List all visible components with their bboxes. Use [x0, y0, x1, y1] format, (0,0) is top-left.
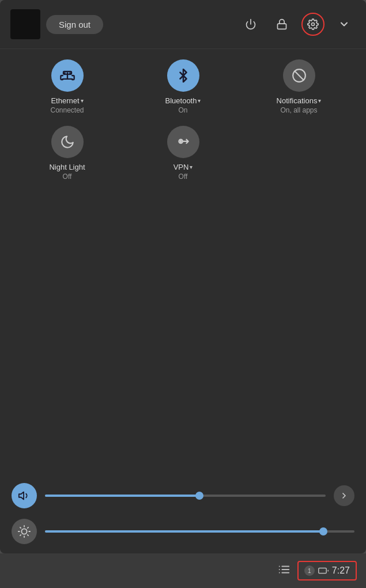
notifications-sublabel: On, all apps	[280, 106, 317, 114]
night-light-icon	[60, 134, 75, 149]
power-button[interactable]	[239, 13, 262, 36]
volume-button[interactable]	[12, 483, 37, 508]
ethernet-tile[interactable]: Ethernet ▾ Connected	[14, 59, 120, 114]
quick-settings-panel: Sign out	[0, 0, 366, 553]
vpn-label: VPN ▾	[173, 163, 193, 171]
bluetooth-sublabel: On	[178, 106, 187, 114]
vpn-icon-bg	[167, 126, 199, 158]
night-light-tile[interactable]: Night Light Off	[14, 126, 120, 181]
svg-marker-8	[19, 492, 24, 500]
brightness-thumb[interactable]	[319, 527, 327, 535]
brightness-slider-row	[12, 519, 354, 544]
brightness-slider-track[interactable]	[45, 530, 354, 533]
vpn-sublabel: Off	[179, 173, 188, 181]
bluetooth-icon-bg	[167, 59, 199, 92]
volume-fill	[45, 495, 199, 497]
vpn-icon	[176, 134, 191, 149]
svg-line-5	[295, 71, 303, 80]
ethernet-label: Ethernet ▾	[51, 96, 83, 105]
notifications-icon-bg	[283, 59, 315, 92]
night-light-sublabel: Off	[63, 173, 72, 181]
sliders-section	[0, 471, 366, 553]
bluetooth-label: Bluetooth ▾	[165, 96, 201, 105]
tiles-section: Ethernet ▾ Connected Bluetooth ▾ On	[0, 49, 366, 198]
music-icon	[278, 563, 290, 579]
brightness-icon	[18, 525, 31, 538]
chevron-down-button[interactable]	[333, 13, 356, 36]
taskbar: 1 7:27	[0, 553, 366, 588]
svg-line-12	[20, 527, 21, 528]
lock-button[interactable]	[270, 13, 293, 36]
svg-rect-24	[319, 568, 327, 574]
night-light-icon-bg	[51, 126, 84, 158]
notifications-tile[interactable]: Notifications ▾ On, all apps	[246, 59, 352, 114]
svg-rect-1	[278, 24, 286, 29]
volume-track	[45, 495, 326, 497]
svg-point-9	[21, 529, 27, 534]
volume-next-button[interactable]	[334, 485, 354, 506]
ethernet-sublabel: Connected	[50, 106, 84, 114]
chevron-right-icon	[339, 491, 349, 500]
brightness-track	[45, 530, 354, 533]
chevron-down-icon	[338, 18, 350, 30]
bluetooth-icon	[176, 69, 190, 83]
bluetooth-tile[interactable]: Bluetooth ▾ On	[130, 59, 236, 114]
svg-line-13	[28, 535, 28, 535]
volume-icon	[18, 489, 31, 502]
taskbar-time: 7:27	[332, 565, 350, 576]
volume-slider-row	[12, 483, 354, 508]
brightness-button[interactable]	[12, 519, 37, 544]
volume-thumb[interactable]	[195, 492, 203, 500]
lock-icon	[276, 18, 288, 30]
battery-icon	[318, 565, 329, 576]
notification-badge: 1	[304, 565, 315, 576]
night-light-label: Night Light	[49, 163, 85, 171]
settings-button[interactable]	[301, 13, 325, 36]
svg-line-16	[20, 535, 21, 535]
notifications-icon	[292, 68, 307, 83]
settings-icon	[307, 18, 319, 30]
vpn-dropdown-arrow: ▾	[190, 164, 193, 170]
brightness-fill	[45, 530, 323, 533]
volume-slider-track[interactable]	[45, 495, 326, 497]
ethernet-icon	[59, 68, 76, 84]
sign-out-button[interactable]: Sign out	[46, 15, 103, 34]
svg-point-7	[180, 141, 181, 142]
header-row: Sign out	[0, 0, 366, 49]
notifications-dropdown-arrow: ▾	[318, 98, 321, 104]
vpn-tile[interactable]: VPN ▾ Off	[130, 126, 236, 181]
tiles-grid: Ethernet ▾ Connected Bluetooth ▾ On	[14, 59, 352, 181]
svg-line-17	[28, 527, 28, 528]
notifications-label: Notifications ▾	[277, 96, 322, 105]
taskbar-time-area[interactable]: 1 7:27	[297, 561, 357, 580]
ethernet-icon-bg	[51, 59, 84, 92]
ethernet-dropdown-arrow: ▾	[81, 98, 84, 104]
svg-point-2	[312, 23, 315, 26]
avatar	[10, 9, 40, 39]
bluetooth-dropdown-arrow: ▾	[198, 98, 201, 104]
power-icon	[245, 18, 256, 30]
